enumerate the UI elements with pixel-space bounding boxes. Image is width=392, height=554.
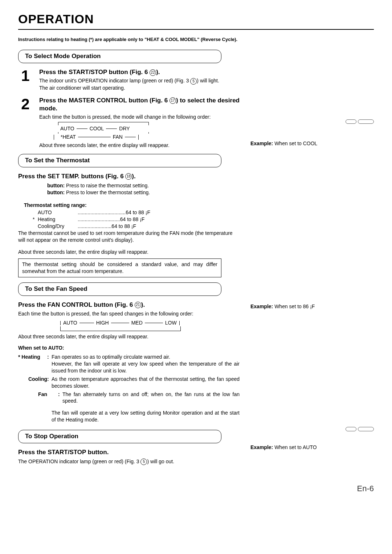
ref-circle-icon: 18 xyxy=(125,173,132,180)
mode-label: AUTO xyxy=(60,125,74,132)
remote-display-icon xyxy=(358,119,374,124)
text: The fan alternately turns on and off; wh… xyxy=(62,391,240,405)
text: ). xyxy=(141,301,145,308)
text: ). xyxy=(156,69,160,76)
step-2-line: Each time the button is pressed, the mod… xyxy=(39,114,240,121)
example-text: When set to 86 ¡F xyxy=(273,304,315,309)
range-value: 64 to 88 ¡F xyxy=(120,216,145,223)
remote-display-icon xyxy=(346,427,356,431)
range-label: Cooling/Dry xyxy=(38,223,78,230)
text: Fan operates so as to optimally circulat… xyxy=(52,354,240,374)
example-label: Example: xyxy=(250,140,273,146)
step-1-line: The indoor unit's OPERATION indicator la… xyxy=(39,77,240,84)
thermostat-info-box: The thermostat setting should be conside… xyxy=(18,258,221,277)
label: Cooling xyxy=(28,376,47,382)
range-label: AUTO xyxy=(38,209,78,216)
mode-cycle-diagram: AUTO COOL DRY *HEAT FAN xyxy=(54,122,240,140)
text: Press the MASTER CONTROL button (Fig. 6 xyxy=(39,97,170,104)
example-block-auto: Example: When set to AUTO xyxy=(250,426,374,451)
label: Heating xyxy=(21,354,40,360)
button-desc-down: button: Press to lower the thermostat se… xyxy=(47,189,240,196)
step-2: 2 Press the MASTER CONTROL button (Fig. … xyxy=(18,97,240,149)
text: Press the SET TEMP. buttons (Fig. 6 xyxy=(18,173,125,180)
ref-circle-icon: 5 xyxy=(140,459,147,465)
range-list: AUTO .................................. … xyxy=(33,209,240,230)
example-column: Example: When set to COOL Example: When … xyxy=(250,46,374,465)
fan-cycle-diagram: AUTO HIGH MED LOW xyxy=(54,319,240,331)
dots: .................................. xyxy=(78,209,126,216)
speed-label: MED xyxy=(131,319,143,326)
example-block-86f: Example: When set to 86 ¡F xyxy=(250,303,374,310)
auto-row-tail: The fan will operate at a very low setti… xyxy=(18,406,240,423)
example-text: When set to AUTO xyxy=(273,444,317,450)
top-note: Instructions relating to heating (*) are… xyxy=(18,36,374,43)
ref-circle-icon: 21 xyxy=(135,302,141,308)
range-label: Heating xyxy=(38,216,78,223)
remote-display-icon xyxy=(358,427,374,431)
example-label: Example: xyxy=(250,444,273,450)
section-header-stop: To Stop Operation xyxy=(18,430,221,443)
star xyxy=(33,209,38,216)
mode-label: DRY xyxy=(119,125,130,132)
example-label: Example: xyxy=(250,304,273,309)
section-header-select-mode: To Select Mode Operation xyxy=(18,50,221,63)
dots: .............................. xyxy=(78,216,120,223)
thermostat-note: About three seconds later, the entire di… xyxy=(18,249,240,256)
page-title: OPERATION xyxy=(18,11,374,30)
step-2-line: About three seconds later, the entire di… xyxy=(39,142,240,149)
text: The indoor unit's OPERATION indicator la… xyxy=(39,78,190,83)
text: The fan will operate at a very low setti… xyxy=(52,410,240,423)
fan-line: Each time the button is pressed, the fan… xyxy=(18,310,240,317)
text: ) will light. xyxy=(197,78,219,83)
main-column: To Select Mode Operation 1 Press the STA… xyxy=(18,46,240,465)
speed-label: LOW xyxy=(165,319,177,326)
dots: ........................ xyxy=(78,223,111,230)
text: Press to lower the thermostat setting. xyxy=(66,190,150,195)
button-desc-up: button: Press to raise the thermostat se… xyxy=(47,182,240,189)
step-number: 2 xyxy=(18,97,33,149)
mode-label: COOL xyxy=(90,125,104,132)
mode-label: *HEAT xyxy=(61,134,76,140)
auto-title: When set to AUTO: xyxy=(18,345,240,351)
stop-heading: Press the START/STOP button. xyxy=(18,448,240,457)
star: * xyxy=(33,216,38,223)
ref-circle-icon: 17 xyxy=(170,97,176,104)
range-row: AUTO .................................. … xyxy=(33,209,240,216)
page-number: En-6 xyxy=(18,483,374,494)
mode-label: FAN xyxy=(113,134,123,140)
auto-row-cooling: Cooling : As the room temperature approa… xyxy=(18,376,240,390)
text: Press to raise the thermostat setting. xyxy=(66,183,149,188)
thermostat-note: The thermostat cannot be used to set roo… xyxy=(18,230,240,244)
speed-label: HIGH xyxy=(96,319,109,326)
fan-line: About three seconds later, the entire di… xyxy=(18,333,240,340)
section-header-thermostat: To Set the Thermostat xyxy=(18,154,221,167)
auto-row-fan: Fan : The fan alternately turns on and o… xyxy=(18,391,240,405)
star xyxy=(33,223,38,230)
range-value: 64 to 88 ¡F xyxy=(126,209,150,216)
label: Fan xyxy=(38,391,47,397)
step-1-heading: Press the START/STOP button (Fig. 6 22). xyxy=(39,68,240,77)
range-row: Cooling/Dry ........................ 64 … xyxy=(33,223,240,230)
section-header-fan: To Set the Fan Speed xyxy=(18,282,221,296)
step-1-line: The air conditioner will start operating… xyxy=(39,85,240,91)
text: Press the FAN CONTROL button (Fig. 6 xyxy=(18,301,135,308)
step-1: 1 Press the START/STOP button (Fig. 6 22… xyxy=(18,68,240,91)
stop-line: The OPERATION indicator lamp (green or r… xyxy=(18,458,240,465)
text: ) will go out. xyxy=(147,459,174,464)
text: The OPERATION indicator lamp (green or r… xyxy=(18,459,140,464)
thermostat-heading: Press the SET TEMP. buttons (Fig. 6 18). xyxy=(18,172,240,181)
text: Press the START/STOP button (Fig. 6 xyxy=(39,69,150,76)
ref-circle-icon: 22 xyxy=(150,69,156,76)
example-text: When set to COOL xyxy=(273,140,317,146)
text: As the room temperature approaches that … xyxy=(52,376,240,390)
range-value: 64 to 88 ¡F xyxy=(111,223,136,230)
text: ). xyxy=(132,173,135,180)
range-title: Thermostat setting range: xyxy=(24,202,240,209)
range-row: * Heating ..............................… xyxy=(33,216,240,223)
star: * xyxy=(18,354,21,360)
speed-label: AUTO xyxy=(63,319,77,326)
fan-heading: Press the FAN CONTROL button (Fig. 6 21)… xyxy=(18,301,240,309)
example-block-cool: Example: When set to COOL xyxy=(250,119,374,147)
ref-circle-icon: 5 xyxy=(190,78,197,85)
auto-row-heating: * Heating : Fan operates so as to optima… xyxy=(18,354,240,374)
